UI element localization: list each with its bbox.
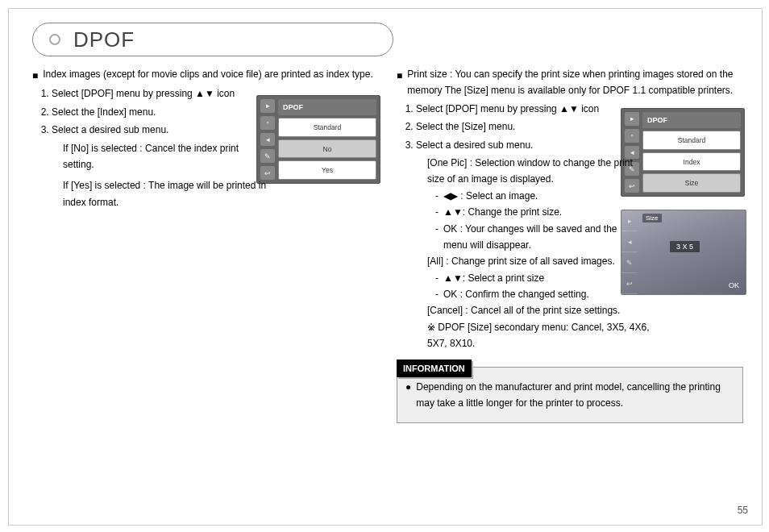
- information-text: Depending on the manufacturer and print …: [416, 379, 734, 412]
- right-step: Select the [Size] menu.: [416, 118, 742, 135]
- left-yes-text: If [Yes] is selected : The image will be…: [63, 177, 272, 210]
- left-intro: Index images (except for movie clips and…: [43, 66, 373, 82]
- heading-pill: DPOF: [32, 23, 393, 56]
- right-step: Select [DPOF] menu by pressing ▲▼ icon: [416, 101, 742, 117]
- heading-container: DPOF: [32, 23, 393, 56]
- heading-bullet-icon: [49, 34, 60, 45]
- page-title: DPOF: [73, 27, 135, 52]
- all-text: [All] : Change print size of all saved i…: [427, 253, 742, 269]
- right-intro: Print size : You can specify the print s…: [407, 66, 742, 99]
- dash-item: ▲▼: Change the print size.: [443, 204, 562, 220]
- right-step: Select a desired sub menu.: [416, 137, 742, 153]
- right-column: ■ Print size : You can specify the print…: [397, 66, 742, 423]
- circle-bullet-icon: ●: [405, 379, 411, 412]
- information-box: INFORMATION ● Depending on the manufactu…: [397, 367, 743, 424]
- information-label: INFORMATION: [397, 360, 472, 378]
- square-bullet-icon: ■: [32, 68, 38, 84]
- page-number: 55: [738, 505, 748, 516]
- square-bullet-icon: ■: [397, 68, 402, 84]
- left-step: Select the [Index] menu.: [52, 104, 377, 120]
- left-steps: Select [DPOF] menu by pressing ▲▼ icon S…: [52, 85, 377, 138]
- left-step: Select [DPOF] menu by pressing ▲▼ icon: [52, 85, 377, 102]
- dash-item: ▲▼: Select a print size: [443, 270, 544, 286]
- left-step: Select a desired sub menu.: [52, 122, 377, 138]
- left-no-text: If [No] is selected : Cancel the index p…: [63, 140, 264, 173]
- cancel-text: [Cancel] : Cancel all of the print size …: [427, 302, 742, 318]
- one-pic-text: [One Pic] : Selection window to change t…: [427, 155, 637, 188]
- dash-item: OK : Confirm the changed setting.: [443, 286, 589, 302]
- right-steps: Select [DPOF] menu by pressing ▲▼ icon S…: [416, 101, 742, 153]
- dash-item: ◀▶ : Select an image.: [443, 188, 538, 204]
- size-note: ※ DPOF [Size] secondary menu: Cancel, 3X…: [427, 319, 653, 352]
- dash-item: OK : Your changes will be saved and the …: [443, 221, 629, 254]
- left-column: ■ Index images (except for movie clips a…: [32, 66, 377, 423]
